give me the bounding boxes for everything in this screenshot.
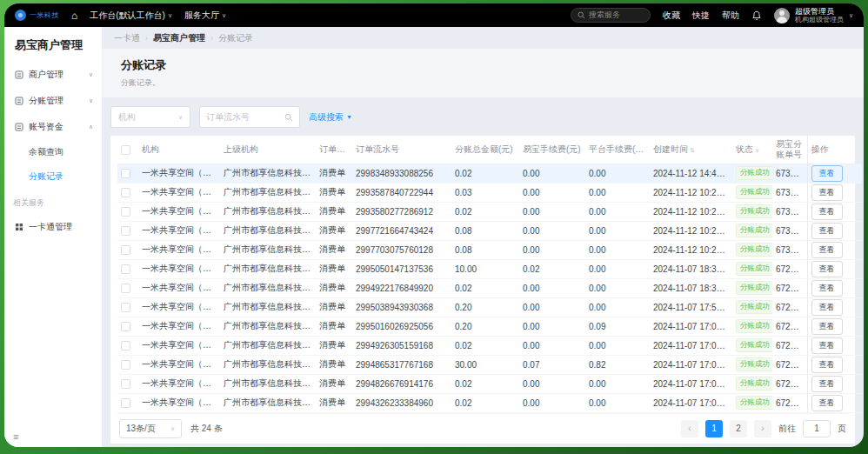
cell-yeepay-fee: 0.00 [519, 240, 585, 259]
select-all-checkbox[interactable] [121, 145, 130, 155]
topbar-menu-service-hall[interactable]: 服务大厅 ∨ [184, 10, 226, 22]
table-row[interactable]: 一米共享空间（直营） 广州市都享信息科技有限公司 消费单 29949263051… [117, 336, 862, 355]
row-checkbox[interactable] [121, 245, 130, 255]
view-button[interactable]: 查看 [811, 395, 843, 411]
breadcrumb-item[interactable]: 一卡通 [114, 32, 140, 44]
row-checkbox[interactable] [121, 207, 130, 217]
table-row[interactable]: 一米共享空间（直营） 广州市都享信息科技有限公司 消费单 29935802772… [117, 202, 862, 221]
chevron-up-icon: ∧ [89, 124, 93, 130]
sidebar-item-account-funds[interactable]: 账号资金 ∧ [4, 114, 102, 140]
order-no-input[interactable]: 订单流水号 [199, 106, 300, 128]
brand-logo[interactable]: 一米科技 [15, 10, 59, 21]
view-button[interactable]: 查看 [811, 299, 843, 316]
topbar-menu-workspace[interactable]: 工作台(默认工作台) ∨ [90, 10, 172, 22]
chevron-down-icon: ∨ [849, 12, 853, 19]
table-row[interactable]: 一米共享空间（直营） 广州市都享信息科技有限公司 消费单 29950389439… [117, 297, 862, 317]
status-badge: 分账成功 [736, 185, 772, 198]
cell-yeepay-fee: 0.00 [519, 221, 585, 240]
sidebar-item-split-records[interactable]: 分账记录 [4, 164, 102, 189]
cell-platform-fee: 0.00 [585, 336, 650, 355]
org-select[interactable]: 机构 ∨ [110, 106, 190, 128]
page-button-1[interactable]: 1 [705, 420, 723, 437]
chevron-down-icon: ∨ [168, 12, 172, 19]
table-row[interactable]: 一米共享空间（直营） 广州市都享信息科技有限公司 消费单 29948653177… [117, 355, 862, 374]
table-row[interactable]: 一米共享空间（直营） 广州市都享信息科技有限公司 消费单 29983489330… [117, 164, 862, 183]
view-button[interactable]: 查看 [811, 318, 843, 335]
chevron-down-icon: ∨ [89, 97, 93, 104]
column-header-created[interactable]: 创建时间⇅ [650, 136, 732, 164]
help-link[interactable]: 帮助 [722, 10, 739, 22]
app-shell: 易宝商户管理 商户管理 ∨ 分账管理 ∨ 账号资金 ∧ 余额查询 分账记录 相关… [4, 27, 864, 447]
cell-status: 分账成功 [732, 336, 772, 355]
cell-org: 一米共享空间（直营） [138, 202, 220, 221]
table-row[interactable]: 一米共享空间（直营） 广州市都享信息科技有限公司 消费单 29977030757… [117, 240, 862, 259]
row-checkbox[interactable] [121, 226, 130, 236]
cell-type: 消费单 [316, 297, 352, 317]
table-row[interactable]: 一米共享空间（直营） 广州市都享信息科技有限公司 消费单 29948266769… [117, 374, 862, 393]
table-card: 机构 上级机构 订单类型∨ 订单流水号 分账总金额(元) 易宝手续费(元) 平台… [110, 136, 855, 444]
column-header-status[interactable]: 状态∨ [732, 136, 772, 164]
cell-parent: 广州市都享信息科技有限公司 [220, 374, 316, 393]
view-button[interactable]: 查看 [811, 261, 843, 277]
breadcrumb-item[interactable]: 易宝商户管理 [153, 32, 205, 44]
sidebar-item-onecard-mgmt[interactable]: 一卡通管理 [4, 214, 102, 240]
chevron-down-icon: ∨ [170, 425, 175, 432]
row-checkbox[interactable] [121, 398, 130, 408]
view-button[interactable]: 查看 [811, 184, 843, 201]
view-button[interactable]: 查看 [811, 376, 843, 392]
home-icon[interactable]: ⌂ [71, 10, 77, 22]
table-row[interactable]: 一米共享空间（直营） 广州市都享信息科技有限公司 消费单 29950501471… [117, 259, 862, 278]
search-input[interactable]: 搜索服务 [571, 8, 651, 23]
sidebar-item-merchant-mgmt[interactable]: 商户管理 ∨ [4, 62, 102, 88]
sidebar-item-split-mgmt[interactable]: 分账管理 ∨ [4, 88, 102, 114]
goto-page-input[interactable] [803, 420, 831, 437]
advanced-search-link[interactable]: 高级搜索 ▼ [309, 111, 352, 124]
view-button[interactable]: 查看 [811, 204, 843, 220]
row-checkbox[interactable] [121, 264, 130, 274]
row-checkbox[interactable] [121, 360, 130, 370]
cell-action: 查看 [807, 317, 862, 336]
column-header-type[interactable]: 订单类型∨ [316, 136, 352, 164]
favorites-link[interactable]: 收藏 [663, 10, 680, 22]
cell-created: 2024-11-07 17:08:17 [650, 393, 732, 412]
table-row[interactable]: 一米共享空间（直营） 广州市都享信息科技有限公司 消费单 29949221768… [117, 278, 862, 297]
sidebar-item-balance-query[interactable]: 余额查询 [4, 140, 102, 164]
column-header-org: 机构 [138, 136, 220, 164]
sidebar-section-label: 相关服务 [4, 189, 102, 214]
column-header-platform-fee: 平台手续费(元) [585, 136, 650, 164]
cell-parent: 广州市都享信息科技有限公司 [220, 259, 316, 278]
view-button[interactable]: 查看 [811, 280, 843, 297]
grid-icon [15, 223, 23, 231]
row-checkbox[interactable] [121, 284, 130, 293]
table-row[interactable]: 一米共享空间（直营） 广州市都享信息科技有限公司 消费单 29977216647… [117, 221, 862, 240]
cell-yeepay-fee: 0.00 [519, 393, 585, 412]
page-title: 分账记录 [121, 57, 845, 73]
row-checkbox[interactable] [121, 188, 130, 197]
row-checkbox[interactable] [121, 303, 130, 312]
row-checkbox[interactable] [121, 322, 130, 331]
goto-page-suffix: 页 [838, 423, 846, 435]
row-checkbox[interactable] [121, 169, 130, 178]
row-checkbox[interactable] [121, 379, 130, 389]
table-row[interactable]: 一米共享空间（直营） 广州市都享信息科技有限公司 消费单 29935878407… [117, 183, 862, 202]
row-checkbox[interactable] [121, 341, 130, 351]
cell-status: 分账成功 [732, 164, 772, 183]
shortcuts-link[interactable]: 快捷 [692, 10, 710, 22]
table-row[interactable]: 一米共享空间（直营） 广州市都享信息科技有限公司 消费单 29950160269… [117, 317, 862, 336]
table-row[interactable]: 一米共享空间（直营） 广州市都享信息科技有限公司 消费单 29943262333… [117, 393, 862, 412]
cell-split-no: 6732b... [772, 221, 807, 240]
next-page-button[interactable]: › [754, 420, 771, 437]
cell-platform-fee: 0.00 [585, 259, 650, 278]
page-size-select[interactable]: 13条/页 ∨ [119, 419, 182, 438]
view-button[interactable]: 查看 [811, 242, 843, 258]
cell-type: 消费单 [316, 202, 352, 221]
page-button-2[interactable]: 2 [730, 420, 747, 437]
view-button[interactable]: 查看 [811, 337, 843, 354]
sidebar-collapse-icon[interactable]: ≡ [13, 431, 18, 442]
view-button[interactable]: 查看 [811, 165, 843, 182]
prev-page-button[interactable]: ‹ [681, 420, 698, 437]
user-menu[interactable]: 超级管理员 机构超级管理员 ∨ [774, 7, 853, 24]
view-button[interactable]: 查看 [811, 357, 843, 373]
view-button[interactable]: 查看 [811, 223, 843, 239]
notification-bell-icon[interactable] [751, 10, 762, 21]
